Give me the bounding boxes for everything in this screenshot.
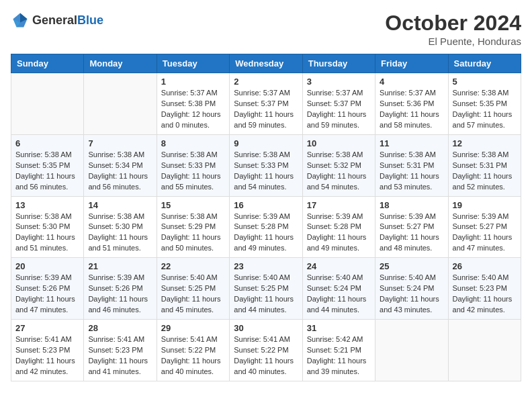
day-info: Sunrise: 5:38 AMSunset: 5:31 PMDaylight:… bbox=[380, 150, 443, 193]
table-row: 23Sunrise: 5:40 AMSunset: 5:25 PMDayligh… bbox=[230, 258, 302, 320]
day-info: Sunrise: 5:41 AMSunset: 5:23 PMDaylight:… bbox=[88, 334, 152, 377]
page-header: General Blue October 2024 El Puente, Hon… bbox=[11, 11, 521, 47]
day-number: 23 bbox=[234, 261, 298, 271]
day-number: 16 bbox=[234, 200, 298, 210]
table-row: 16Sunrise: 5:39 AMSunset: 5:28 PMDayligh… bbox=[230, 196, 302, 258]
header-thursday: Thursday bbox=[302, 54, 375, 73]
table-row bbox=[11, 73, 84, 135]
calendar-week-row: 27Sunrise: 5:41 AMSunset: 5:23 PMDayligh… bbox=[11, 320, 521, 381]
table-row: 6Sunrise: 5:38 AMSunset: 5:35 PMDaylight… bbox=[11, 134, 84, 196]
day-number: 13 bbox=[15, 200, 79, 210]
day-info: Sunrise: 5:38 AMSunset: 5:33 PMDaylight:… bbox=[234, 150, 298, 193]
day-info: Sunrise: 5:40 AMSunset: 5:25 PMDaylight:… bbox=[161, 273, 225, 316]
day-info: Sunrise: 5:38 AMSunset: 5:30 PMDaylight:… bbox=[15, 212, 79, 255]
table-row: 11Sunrise: 5:38 AMSunset: 5:31 PMDayligh… bbox=[375, 134, 448, 196]
day-number: 25 bbox=[380, 261, 443, 271]
header-tuesday: Tuesday bbox=[157, 54, 229, 73]
calendar-week-row: 13Sunrise: 5:38 AMSunset: 5:30 PMDayligh… bbox=[11, 196, 521, 258]
table-row: 4Sunrise: 5:37 AMSunset: 5:36 PMDaylight… bbox=[375, 73, 448, 135]
day-info: Sunrise: 5:40 AMSunset: 5:24 PMDaylight:… bbox=[307, 273, 371, 316]
day-info: Sunrise: 5:39 AMSunset: 5:28 PMDaylight:… bbox=[234, 212, 298, 255]
day-number: 12 bbox=[453, 138, 517, 148]
day-number: 6 bbox=[15, 138, 79, 148]
calendar-week-row: 1Sunrise: 5:37 AMSunset: 5:38 PMDaylight… bbox=[11, 73, 521, 135]
day-info: Sunrise: 5:38 AMSunset: 5:34 PMDaylight:… bbox=[88, 150, 152, 193]
day-info: Sunrise: 5:38 AMSunset: 5:31 PMDaylight:… bbox=[453, 150, 517, 193]
day-number: 14 bbox=[88, 200, 152, 210]
day-number: 17 bbox=[307, 200, 371, 210]
table-row: 5Sunrise: 5:38 AMSunset: 5:35 PMDaylight… bbox=[448, 73, 521, 135]
day-number: 20 bbox=[15, 261, 79, 271]
day-info: Sunrise: 5:39 AMSunset: 5:26 PMDaylight:… bbox=[88, 273, 152, 316]
day-number: 22 bbox=[161, 261, 225, 271]
table-row: 8Sunrise: 5:38 AMSunset: 5:33 PMDaylight… bbox=[157, 134, 229, 196]
day-number: 1 bbox=[161, 77, 225, 87]
day-number: 5 bbox=[453, 77, 517, 87]
header-monday: Monday bbox=[84, 54, 157, 73]
day-info: Sunrise: 5:40 AMSunset: 5:24 PMDaylight:… bbox=[380, 273, 443, 316]
day-number: 11 bbox=[380, 138, 443, 148]
day-info: Sunrise: 5:39 AMSunset: 5:26 PMDaylight:… bbox=[15, 273, 79, 316]
table-row: 14Sunrise: 5:38 AMSunset: 5:30 PMDayligh… bbox=[84, 196, 157, 258]
day-number: 27 bbox=[15, 323, 79, 333]
day-number: 26 bbox=[453, 261, 517, 271]
day-number: 21 bbox=[88, 261, 152, 271]
calendar-header-row: Sunday Monday Tuesday Wednesday Thursday… bbox=[11, 54, 521, 73]
location-subtitle: El Puente, Honduras bbox=[385, 36, 521, 47]
table-row: 18Sunrise: 5:39 AMSunset: 5:27 PMDayligh… bbox=[375, 196, 448, 258]
day-info: Sunrise: 5:38 AMSunset: 5:33 PMDaylight:… bbox=[161, 150, 225, 193]
header-saturday: Saturday bbox=[448, 54, 521, 73]
table-row: 19Sunrise: 5:39 AMSunset: 5:27 PMDayligh… bbox=[448, 196, 521, 258]
day-info: Sunrise: 5:41 AMSunset: 5:22 PMDaylight:… bbox=[161, 334, 225, 377]
logo-icon bbox=[11, 11, 30, 30]
table-row: 20Sunrise: 5:39 AMSunset: 5:26 PMDayligh… bbox=[11, 258, 84, 320]
calendar-table: Sunday Monday Tuesday Wednesday Thursday… bbox=[11, 54, 521, 381]
table-row: 1Sunrise: 5:37 AMSunset: 5:38 PMDaylight… bbox=[157, 73, 229, 135]
day-info: Sunrise: 5:38 AMSunset: 5:32 PMDaylight:… bbox=[307, 150, 371, 193]
day-info: Sunrise: 5:37 AMSunset: 5:37 PMDaylight:… bbox=[307, 88, 371, 131]
day-info: Sunrise: 5:40 AMSunset: 5:25 PMDaylight:… bbox=[234, 273, 298, 316]
day-info: Sunrise: 5:39 AMSunset: 5:27 PMDaylight:… bbox=[453, 212, 517, 255]
day-info: Sunrise: 5:41 AMSunset: 5:22 PMDaylight:… bbox=[234, 334, 298, 377]
title-block: October 2024 El Puente, Honduras bbox=[385, 11, 521, 47]
table-row: 27Sunrise: 5:41 AMSunset: 5:23 PMDayligh… bbox=[11, 320, 84, 381]
day-info: Sunrise: 5:37 AMSunset: 5:36 PMDaylight:… bbox=[380, 88, 443, 131]
header-friday: Friday bbox=[375, 54, 448, 73]
table-row: 30Sunrise: 5:41 AMSunset: 5:22 PMDayligh… bbox=[230, 320, 302, 381]
table-row bbox=[448, 320, 521, 381]
day-number: 28 bbox=[88, 323, 152, 333]
logo-general: General bbox=[32, 13, 77, 28]
table-row: 17Sunrise: 5:39 AMSunset: 5:28 PMDayligh… bbox=[302, 196, 375, 258]
table-row bbox=[84, 73, 157, 135]
day-number: 8 bbox=[161, 138, 225, 148]
day-info: Sunrise: 5:39 AMSunset: 5:27 PMDaylight:… bbox=[380, 212, 443, 255]
table-row: 22Sunrise: 5:40 AMSunset: 5:25 PMDayligh… bbox=[157, 258, 229, 320]
table-row: 24Sunrise: 5:40 AMSunset: 5:24 PMDayligh… bbox=[302, 258, 375, 320]
day-number: 10 bbox=[307, 138, 371, 148]
calendar-week-row: 20Sunrise: 5:39 AMSunset: 5:26 PMDayligh… bbox=[11, 258, 521, 320]
day-number: 18 bbox=[380, 200, 443, 210]
table-row: 25Sunrise: 5:40 AMSunset: 5:24 PMDayligh… bbox=[375, 258, 448, 320]
day-number: 9 bbox=[234, 138, 298, 148]
day-number: 4 bbox=[380, 77, 443, 87]
table-row: 28Sunrise: 5:41 AMSunset: 5:23 PMDayligh… bbox=[84, 320, 157, 381]
table-row: 10Sunrise: 5:38 AMSunset: 5:32 PMDayligh… bbox=[302, 134, 375, 196]
day-info: Sunrise: 5:39 AMSunset: 5:28 PMDaylight:… bbox=[307, 212, 371, 255]
day-number: 30 bbox=[234, 323, 298, 333]
header-sunday: Sunday bbox=[11, 54, 84, 73]
day-number: 3 bbox=[307, 77, 371, 87]
day-number: 24 bbox=[307, 261, 371, 271]
table-row: 29Sunrise: 5:41 AMSunset: 5:22 PMDayligh… bbox=[157, 320, 229, 381]
table-row: 9Sunrise: 5:38 AMSunset: 5:33 PMDaylight… bbox=[230, 134, 302, 196]
day-info: Sunrise: 5:37 AMSunset: 5:38 PMDaylight:… bbox=[161, 88, 225, 131]
header-wednesday: Wednesday bbox=[230, 54, 302, 73]
day-number: 19 bbox=[453, 200, 517, 210]
table-row: 21Sunrise: 5:39 AMSunset: 5:26 PMDayligh… bbox=[84, 258, 157, 320]
logo-text: General Blue bbox=[32, 13, 103, 28]
calendar-week-row: 6Sunrise: 5:38 AMSunset: 5:35 PMDaylight… bbox=[11, 134, 521, 196]
day-number: 15 bbox=[161, 200, 225, 210]
table-row: 12Sunrise: 5:38 AMSunset: 5:31 PMDayligh… bbox=[448, 134, 521, 196]
table-row: 2Sunrise: 5:37 AMSunset: 5:37 PMDaylight… bbox=[230, 73, 302, 135]
day-info: Sunrise: 5:42 AMSunset: 5:21 PMDaylight:… bbox=[307, 334, 371, 377]
day-info: Sunrise: 5:37 AMSunset: 5:37 PMDaylight:… bbox=[234, 88, 298, 131]
